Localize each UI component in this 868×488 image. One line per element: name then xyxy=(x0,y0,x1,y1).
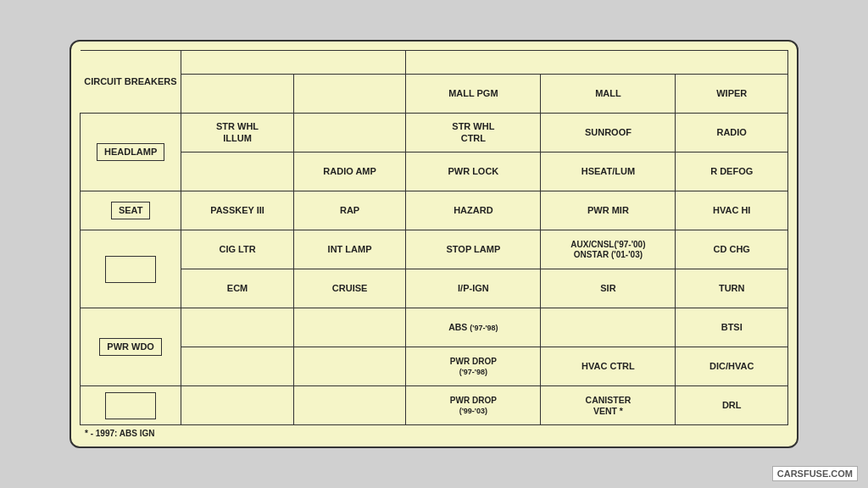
cell-r8c3-empty xyxy=(293,347,406,386)
cell-stop-lamp: STOP LAMP xyxy=(406,230,541,269)
cell-str-whl-illum: STR WHLILLUM xyxy=(181,114,294,152)
cell-cig-ltr: CIG LTR xyxy=(181,230,294,269)
cell-hazard: HAZARD xyxy=(406,191,541,230)
table-row: PWR WDO ABS ('97-'98) BTSI xyxy=(81,308,788,347)
cell-pwr-drop-99: PWR DROP('99-'03) xyxy=(406,386,541,425)
table-row: PWR DROP('97-'98) HVAC CTRL DIC/HVAC xyxy=(81,347,788,386)
cell-dic-hvac: DIC/HVAC xyxy=(676,347,788,386)
table-row: PWR DROP('99-'03) CANISTERVENT * DRL xyxy=(81,386,788,425)
cell-r9c3-empty xyxy=(293,386,406,425)
table-row: CIG LTR INT LAMP STOP LAMP AUX/CNSL('97-… xyxy=(81,230,788,269)
cell-r8c2-empty xyxy=(181,347,294,386)
cell-ecm: ECM xyxy=(181,269,294,308)
cell-sunroof: SUNROOF xyxy=(541,114,676,152)
cell-hvac-ctrl: HVAC CTRL xyxy=(541,347,676,386)
cell-wiper: WIPER xyxy=(676,75,788,114)
cell-rap: RAP xyxy=(293,191,406,230)
cell-r7c3-empty xyxy=(293,308,406,347)
cell-empty-box2 xyxy=(81,386,181,425)
cell-hvac-hi: HVAC HI xyxy=(676,191,788,230)
cell-abs: ABS ('97-'98) xyxy=(406,308,541,347)
top-spacer xyxy=(406,51,788,75)
cell-cruise: CRUISE xyxy=(293,269,406,308)
cell-radio: RADIO xyxy=(676,114,788,152)
table-row: HEADLAMP STR WHLILLUM STR WHLCTRL SUNROO… xyxy=(81,114,788,152)
cell-r2c3-empty xyxy=(293,114,406,152)
cell-r9c2-empty xyxy=(181,386,294,425)
cell-str-whl-ctrl: STR WHLCTRL xyxy=(406,114,541,152)
cell-ip-ign: I/P-IGN xyxy=(406,269,541,308)
cell-aux-cnsl: AUX/CNSL('97-'00)ONSTAR ('01-'03) xyxy=(541,230,676,269)
cell-r-defog: R DEFOG xyxy=(676,152,788,191)
cell-headlamp: HEADLAMP xyxy=(81,114,181,191)
table-row: SEAT PASSKEY III RAP HAZARD PWR MIR HVAC… xyxy=(81,191,788,230)
table-row: CIRCUIT BREAKERS xyxy=(81,51,788,75)
cell-pwr-mir: PWR MIR xyxy=(541,191,676,230)
cell-turn: TURN xyxy=(676,269,788,308)
cell-mall: MALL xyxy=(541,75,676,114)
table-row: RADIO AMP PWR LOCK HSEAT/LUM R DEFOG xyxy=(81,152,788,191)
pwr-wdo-box: PWR WDO xyxy=(99,338,162,356)
fuse-table: CIRCUIT BREAKERS MALL PGM MALL WIPER HEA… xyxy=(80,50,788,425)
cell-r7c5-empty xyxy=(541,308,676,347)
circuit-breakers-label: CIRCUIT BREAKERS xyxy=(84,76,176,86)
seat-box: SEAT xyxy=(111,202,151,219)
table-row: MALL PGM MALL WIPER xyxy=(81,75,788,114)
cell-drl: DRL xyxy=(676,386,788,425)
cell-int-lamp: INT LAMP xyxy=(293,230,406,269)
cell-r3c2-empty xyxy=(181,152,294,191)
cell-seat: SEAT xyxy=(81,191,181,230)
cell-empty-box1 xyxy=(81,230,181,308)
fuse-box: CIRCUIT BREAKERS MALL PGM MALL WIPER HEA… xyxy=(70,40,798,448)
cell-cd-chg: CD CHG xyxy=(676,230,788,269)
table-row: ECM CRUISE I/P-IGN SIR TURN xyxy=(81,269,788,308)
cell-btsi: BTSI xyxy=(676,308,788,347)
cell-pwr-wdo: PWR WDO xyxy=(81,308,181,386)
cell-hseat-lum: HSEAT/LUM xyxy=(541,152,676,191)
cell-r1c3 xyxy=(293,75,406,114)
headlamp-box: HEADLAMP xyxy=(97,143,164,161)
cell-pwr-drop-97: PWR DROP('97-'98) xyxy=(406,347,541,386)
footnote: * - 1997: ABS IGN xyxy=(80,425,788,438)
cell-r1c2 xyxy=(181,75,294,114)
cell-pwr-lock: PWR LOCK xyxy=(406,152,541,191)
cell-sir: SIR xyxy=(541,269,676,308)
cell-radio-amp: RADIO AMP xyxy=(293,152,406,191)
watermark: CARSFUSE.COM xyxy=(772,466,858,481)
cell-passkey: PASSKEY III xyxy=(181,191,294,230)
cell-canister-vent: CANISTERVENT * xyxy=(541,386,676,425)
cell-r7c2-empty xyxy=(181,308,294,347)
cell-mall-pgm: MALL PGM xyxy=(406,75,541,114)
